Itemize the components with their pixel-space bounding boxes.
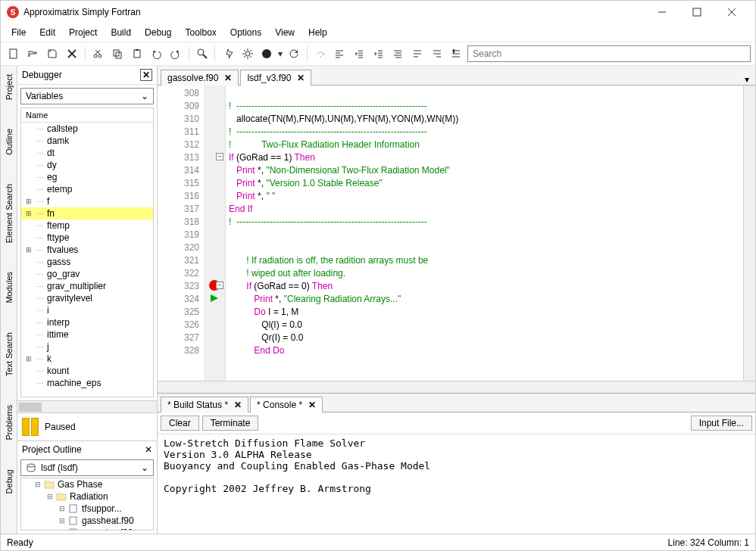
terminate-button[interactable]: Terminate xyxy=(202,416,259,431)
editor-tab[interactable]: lsdf_v3.f90✕ xyxy=(240,70,311,86)
menu-options[interactable]: Options xyxy=(224,26,267,39)
code-area[interactable]: ! --------------------------------------… xyxy=(226,86,743,381)
marker-gutter[interactable]: −− xyxy=(205,86,226,381)
code-line[interactable]: End Do xyxy=(229,344,740,357)
variable-item[interactable]: ⋯machine_eps xyxy=(21,377,153,389)
save-icon[interactable] xyxy=(44,45,61,62)
tab-close-icon[interactable]: ✕ xyxy=(297,73,305,83)
build-icon[interactable] xyxy=(220,45,236,62)
bottom-tab[interactable]: * Build Status *✕ xyxy=(161,397,248,412)
side-tab-text-search[interactable]: Text Search xyxy=(2,327,17,395)
code-line[interactable] xyxy=(229,87,740,100)
close-button[interactable] xyxy=(714,1,749,23)
code-line[interactable]: If (GoRad == 0) Then xyxy=(229,280,740,293)
variable-item[interactable]: ⋯fn xyxy=(21,207,153,219)
project-tree[interactable]: ⊟Gas Phase⊟Radiation⊟tfsuppor...⊟gasshea… xyxy=(20,478,154,531)
tab-close-icon[interactable]: ✕ xyxy=(308,400,316,410)
code-line[interactable]: allocate(TN(M),FN(M),UN(M),YFN(M),YON(M)… xyxy=(229,113,740,126)
code-line[interactable]: If (GoRad == 1) Then xyxy=(229,151,740,164)
redo-icon[interactable] xyxy=(167,45,184,62)
minimize-button[interactable] xyxy=(645,1,679,23)
maximize-button[interactable] xyxy=(679,1,714,23)
code-line[interactable]: ! --------------------------------------… xyxy=(229,126,740,139)
format-left-icon[interactable] xyxy=(332,45,348,62)
input-file-button[interactable]: Input File... xyxy=(691,416,752,431)
variable-item[interactable]: ⋯gravitylevel xyxy=(21,292,153,304)
code-editor[interactable]: 3083093103113123133143153163173183193203… xyxy=(158,86,755,381)
variable-item[interactable]: ⋯j xyxy=(21,341,153,353)
tree-expander-icon[interactable]: ⊟ xyxy=(59,529,65,531)
fold-icon[interactable]: − xyxy=(216,153,223,160)
code-line[interactable]: Print *, "Clearing Radiation Arrays..." xyxy=(229,293,740,306)
variable-item[interactable]: ⋯go_grav xyxy=(21,268,153,280)
console-output[interactable]: Low-Stretch Diffusion Flame Solver Versi… xyxy=(158,434,755,534)
menu-debug[interactable]: Debug xyxy=(139,26,177,39)
variables-tree[interactable]: Name ⋯callstep⋯damk⋯dt⋯dy⋯eg⋯etemp⋯f⋯fn⋯… xyxy=(20,107,154,397)
variable-item[interactable]: ⋯i xyxy=(21,304,153,316)
variable-item[interactable]: ⋯dy xyxy=(21,159,153,171)
project-tree-item[interactable]: ⊟Gas Phase xyxy=(21,478,153,490)
variables-dropdown[interactable]: Variables ⌄ xyxy=(20,88,154,104)
variable-item[interactable]: ⋯etemp xyxy=(21,183,153,195)
editor-hscroll[interactable] xyxy=(158,381,755,393)
code-line[interactable]: End If xyxy=(229,203,740,216)
project-tree-item[interactable]: ⊟gassolve.f90 xyxy=(21,527,153,531)
uncomment-icon[interactable] xyxy=(429,45,445,62)
variable-item[interactable]: ⋯eg xyxy=(21,171,153,183)
code-line[interactable] xyxy=(229,241,740,254)
outdent-icon[interactable] xyxy=(351,45,367,62)
code-line[interactable]: Do I = 1, M xyxy=(229,306,740,319)
code-line[interactable]: Print *, " " xyxy=(229,190,740,203)
code-line[interactable]: ! If radiation is off, the radition arra… xyxy=(229,254,740,267)
paste-icon[interactable] xyxy=(129,45,145,62)
variable-item[interactable]: ⋯kount xyxy=(21,365,153,377)
code-line[interactable]: Ql(I) = 0.0 xyxy=(229,319,740,332)
tree-expander-icon[interactable]: ⊟ xyxy=(47,493,53,500)
debugger-close-icon[interactable]: ✕ xyxy=(140,69,152,81)
project-tree-item[interactable]: ⊟tfsuppor... xyxy=(21,503,153,515)
editor-vscroll[interactable] xyxy=(743,86,755,381)
variable-item[interactable]: ⋯ittime xyxy=(21,328,153,341)
variable-item[interactable]: ⋯k xyxy=(21,353,153,365)
run-dropdown-icon[interactable]: ▾ xyxy=(278,48,283,59)
code-line[interactable]: Print *, "Version 1.0 Stable Release" xyxy=(229,177,740,190)
menu-build[interactable]: Build xyxy=(105,26,137,39)
fold-icon[interactable]: − xyxy=(216,282,223,289)
variable-item[interactable]: ⋯dt xyxy=(21,147,153,159)
variable-item[interactable]: ⋯damk xyxy=(21,135,153,147)
variable-item[interactable]: ⋯ftemp xyxy=(21,219,153,232)
side-tab-project[interactable]: Project xyxy=(2,69,17,119)
align-icon[interactable] xyxy=(389,45,406,62)
tab-close-icon[interactable]: ✕ xyxy=(234,400,242,410)
project-tree-item[interactable]: ⊟Radiation xyxy=(21,490,153,503)
search-input[interactable] xyxy=(467,45,751,62)
variable-item[interactable]: ⋯grav_multiplier xyxy=(21,280,153,292)
side-tab-debug[interactable]: Debug xyxy=(2,464,17,512)
bookmark-icon[interactable] xyxy=(448,45,464,62)
run-icon[interactable] xyxy=(259,45,276,62)
side-tab-element-search[interactable]: Element Search xyxy=(2,179,17,262)
refresh-icon[interactable] xyxy=(286,45,302,62)
code-line[interactable] xyxy=(229,229,740,241)
bottom-tab[interactable]: * Console *✕ xyxy=(250,397,323,412)
variable-item[interactable]: ⋯interp xyxy=(21,316,153,328)
comment-icon[interactable] xyxy=(409,45,426,62)
side-tab-modules[interactable]: Modules xyxy=(2,266,17,322)
menu-file[interactable]: File xyxy=(5,26,32,39)
menu-view[interactable]: View xyxy=(269,26,301,39)
variables-hscroll[interactable] xyxy=(17,400,157,412)
menu-project[interactable]: Project xyxy=(63,26,103,39)
variable-item[interactable]: ⋯gasss xyxy=(21,256,153,268)
code-line[interactable]: ! wiped out after loading. xyxy=(229,267,740,280)
menu-toolbox[interactable]: Toolbox xyxy=(179,26,222,39)
code-line[interactable]: Print *, "Non-Dimensional Two-Flux Radia… xyxy=(229,164,740,177)
cut-icon[interactable] xyxy=(90,45,107,62)
code-line[interactable]: ! --------------------------------------… xyxy=(229,100,740,113)
editor-tab[interactable]: gassolve.f90✕ xyxy=(161,70,239,86)
side-tab-outline[interactable]: Outline xyxy=(2,123,17,174)
tree-expander-icon[interactable]: ⊟ xyxy=(59,505,65,512)
open-icon[interactable] xyxy=(25,45,42,62)
variable-item[interactable]: ⋯callstep xyxy=(21,123,153,135)
outline-dropdown[interactable]: lsdf (lsdf) ⌄ xyxy=(20,459,154,476)
variable-item[interactable]: ⋯fttype xyxy=(21,232,153,244)
